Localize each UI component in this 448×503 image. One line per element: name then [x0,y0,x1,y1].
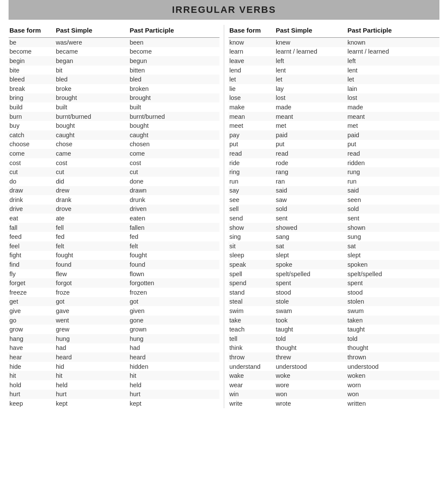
past-participle-cell: been [129,38,219,47]
past-participle-cell: drawn [129,186,219,196]
base-form-cell: take [229,316,275,325]
past-participle-cell: come [129,149,219,158]
base-form-cell: make [229,102,275,112]
past-participle-cell: bought [129,121,219,130]
base-form-cell: meet [229,121,275,130]
past-participle-cell: understood [347,362,440,371]
table-row: teachtaughttaught [229,325,439,334]
past-simple-cell: learnt / learned [275,47,346,57]
base-form-cell: sleep [229,251,275,260]
base-form-cell: learn [229,47,275,57]
past-participle-cell: fallen [129,223,219,232]
past-participle-cell: known [347,38,440,47]
base-form-cell: fall [9,223,55,232]
past-simple-cell: fell [55,223,129,232]
base-form-cell: ride [229,158,275,168]
table-row: freezefrozefrozen [9,288,219,297]
base-form-cell: think [229,343,275,353]
base-form-cell: buy [9,121,55,130]
base-form-cell: hold [9,380,55,390]
past-simple-cell: found [55,260,129,269]
base-form-cell: bleed [9,75,55,84]
base-form-cell: be [9,38,55,47]
past-participle-cell: written [347,399,440,408]
past-participle-cell: cut [129,167,219,177]
past-simple-cell: had [55,343,129,353]
past-participle-cell: swum [347,306,440,316]
table-row: singsangsung [229,232,439,241]
past-simple-cell: gave [55,306,129,316]
past-participle-cell: grown [129,325,219,334]
past-simple-cell: held [55,380,129,390]
past-simple-cell: brought [55,93,129,103]
past-participle-cell: kept [129,399,219,408]
past-participle-cell: met [347,121,440,130]
base-form-cell: fly [9,269,55,279]
past-participle-cell: thrown [347,352,440,362]
past-simple-cell: came [55,149,129,158]
base-form-cell: throw [229,352,275,362]
table-row: wearworeworn [229,380,439,390]
base-form-cell: hurt [9,390,55,399]
past-participle-cell: done [129,177,219,186]
table-row: paypaidpaid [229,130,439,140]
past-simple-cell: broke [55,84,129,93]
table-row: keepkeptkept [9,399,219,408]
base-form-cell: begin [9,56,55,66]
past-simple-cell: read [275,149,346,158]
past-participle-cell: hidden [129,362,219,371]
page: IRREGULAR VERBS Base form Past Simple Pa… [0,0,448,421]
past-simple-cell: spelt/spelled [275,269,346,279]
table-row: telltoldtold [229,334,439,343]
table-row: ringrangrung [229,167,439,177]
table-row: knowknewknown [229,38,439,47]
past-simple-cell: became [55,47,129,57]
table-row: lielaylain [229,84,439,93]
base-form-cell: do [9,177,55,186]
base-form-cell: feel [9,241,55,251]
base-form-cell: let [229,75,275,84]
past-participle-cell: burnt/burned [129,112,219,121]
table-row: standstoodstood [229,288,439,297]
past-simple-cell: woke [275,371,346,380]
past-participle-cell: ridden [347,158,440,168]
past-simple-cell: cost [55,158,129,168]
past-simple-cell: got [55,297,129,307]
table-row: hurthurthurt [9,390,219,399]
past-simple-cell: bit [55,66,129,75]
past-participle-cell: spelt/spelled [347,269,440,279]
table-row: becomebecamebecome [9,47,219,57]
base-form-cell: tell [229,334,275,343]
table-row: lendlentlent [229,66,439,75]
table-row: hearheardheard [9,352,219,362]
base-form-cell: spell [229,269,275,279]
base-form-cell: teach [229,325,275,334]
base-form-cell: catch [9,130,55,140]
left-header-past: Past Simple [55,25,129,38]
past-simple-cell: built [55,102,129,112]
past-participle-cell: read [347,149,440,158]
past-simple-cell: stood [275,288,346,297]
table-row: dodiddone [9,177,219,186]
past-simple-cell: lent [275,66,346,75]
past-participle-cell: seen [347,195,440,205]
past-simple-cell: put [275,140,346,149]
past-simple-cell: bought [55,121,129,130]
base-form-cell: sing [229,232,275,241]
base-form-cell: win [229,390,275,399]
base-form-cell: stand [229,288,275,297]
past-simple-cell: felt [55,241,129,251]
past-participle-cell: let [347,75,440,84]
past-simple-cell: ate [55,214,129,223]
table-row: getgotgot [9,297,219,307]
past-participle-cell: made [347,102,440,112]
past-participle-cell: given [129,306,219,316]
base-form-cell: show [229,223,275,232]
columns-wrapper: Base form Past Simple Past Participle be… [9,25,439,408]
past-simple-cell: understood [275,362,346,371]
right-column: Base form Past Simple Past Participle kn… [224,25,439,408]
base-form-cell: know [229,38,275,47]
left-header-base: Base form [9,25,55,38]
table-row: catchcaughtcaught [9,130,219,140]
base-form-cell: sell [229,205,275,214]
